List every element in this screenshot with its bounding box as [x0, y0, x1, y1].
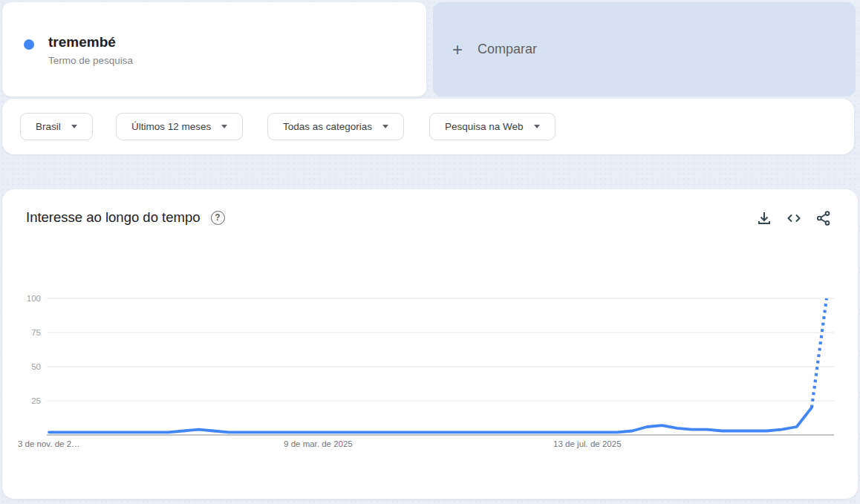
filter-bar: Brasil Últimos 12 meses Todas as categor… [2, 99, 854, 154]
y-axis-tick-label: 50 [31, 362, 41, 371]
download-icon[interactable] [755, 209, 773, 227]
google-trends-explore-page: tremembé Termo de pesquisa + Comparar Br… [0, 0, 860, 504]
y-axis-tick-label: 75 [31, 328, 41, 337]
time-range-filter-dropdown[interactable]: Últimos 12 meses [116, 113, 243, 140]
search-term-card: tremembé Termo de pesquisa [2, 2, 426, 96]
embed-code-icon[interactable] [785, 209, 803, 227]
interest-over-time-card: Interesse ao longo do tempo ? 25507 [2, 189, 858, 499]
y-axis-tick-label: 25 [31, 396, 41, 405]
chart-title: Interesse ao longo do tempo [26, 209, 201, 226]
interest-over-time-chart: 2550751003 de nov. de 2…9 de mar. de 202… [2, 189, 858, 499]
search-term-title[interactable]: tremembé [48, 34, 116, 50]
share-icon[interactable] [815, 209, 833, 227]
add-comparison-card[interactable]: + Comparar [433, 2, 856, 96]
category-filter-label: Todas as categorias [283, 121, 372, 132]
x-axis-tick-label: 13 de jul. de 2025 [553, 439, 621, 448]
term-color-dot-icon [24, 39, 34, 50]
chevron-down-icon [534, 125, 540, 128]
search-term-subtitle: Termo de pesquisa [48, 55, 133, 66]
time-range-filter-label: Últimos 12 meses [131, 121, 211, 132]
compare-label: Comparar [478, 42, 537, 57]
chart-header: Interesse ao longo do tempo ? [26, 209, 225, 226]
plus-icon: + [452, 41, 463, 59]
category-filter-dropdown[interactable]: Todas as categorias [267, 113, 404, 140]
x-axis-tick-label: 3 de nov. de 2… [18, 439, 80, 448]
chevron-down-icon [71, 125, 77, 128]
help-icon[interactable]: ? [211, 211, 225, 225]
trend-line-partial-dotted [812, 298, 827, 408]
search-type-filter-dropdown[interactable]: Pesquisa na Web [429, 113, 556, 140]
chevron-down-icon [221, 125, 227, 128]
chevron-down-icon [382, 125, 388, 128]
region-filter-label: Brasil [36, 121, 61, 132]
x-axis-tick-label: 9 de mar. de 2025 [284, 439, 353, 448]
search-type-filter-label: Pesquisa na Web [445, 121, 524, 132]
y-axis-tick-label: 100 [27, 294, 41, 303]
trend-line [49, 408, 812, 432]
region-filter-dropdown[interactable]: Brasil [20, 113, 93, 140]
chart-toolbar [755, 209, 833, 227]
